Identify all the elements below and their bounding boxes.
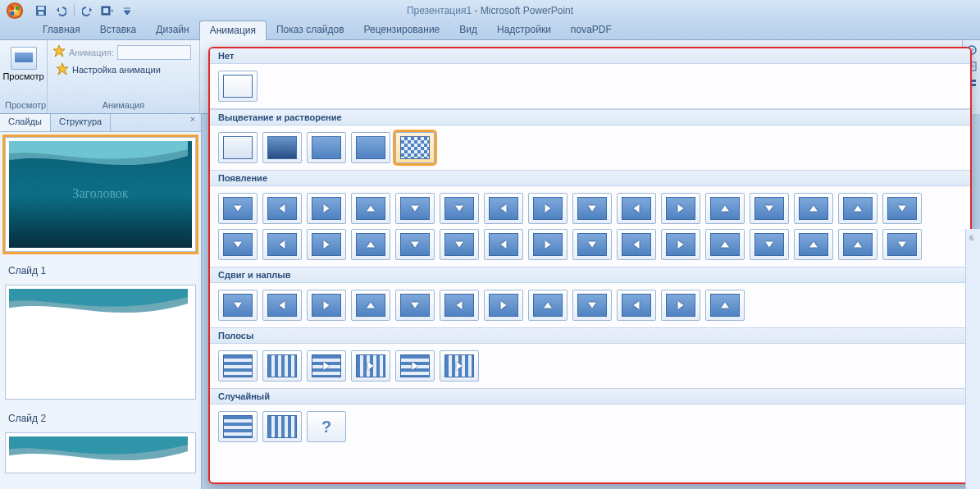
transition-item[interactable] <box>528 229 567 260</box>
transition-item[interactable] <box>617 193 656 224</box>
transition-item[interactable] <box>307 229 346 260</box>
paste-dropdown-icon[interactable] <box>99 2 116 19</box>
section-push-header: Сдвиг и наплыв <box>210 267 970 283</box>
tab-design[interactable]: Дизайн <box>146 21 198 40</box>
transition-item[interactable] <box>262 229 302 260</box>
slide-thumb-1[interactable]: Заголовок <box>5 137 196 252</box>
transition-item[interactable] <box>440 350 479 382</box>
transition-item[interactable] <box>218 229 258 260</box>
document-name: Презентация1 <box>407 5 472 16</box>
tab-addins[interactable]: Надстройки <box>487 21 561 40</box>
transition-item[interactable] <box>262 411 302 442</box>
transition-item[interactable] <box>528 193 567 224</box>
transition-item[interactable] <box>572 193 612 224</box>
slide-thumbnails: Заголовок Слайд 1 Слайд 2 <box>0 132 201 489</box>
transition-item[interactable] <box>661 290 700 321</box>
transition-item[interactable] <box>351 290 390 321</box>
transition-item[interactable] <box>661 229 700 260</box>
tab-animation[interactable]: Анимация <box>199 21 267 40</box>
tab-review[interactable]: Рецензирование <box>354 21 450 40</box>
section-random-header: Случайный <box>210 388 970 404</box>
transition-item[interactable] <box>307 290 346 321</box>
transition-item[interactable] <box>218 290 258 321</box>
transition-item[interactable] <box>351 350 390 382</box>
transition-item[interactable] <box>395 350 435 382</box>
undo-icon[interactable] <box>52 2 69 19</box>
transition-item[interactable] <box>440 193 479 224</box>
qat-customize-icon[interactable] <box>119 2 135 19</box>
tab-view[interactable]: Вид <box>449 21 487 40</box>
transition-item[interactable] <box>484 229 523 260</box>
transition-item[interactable] <box>351 132 390 163</box>
preview-label: Просмотр <box>2 71 43 81</box>
svg-rect-4 <box>16 11 20 15</box>
transition-item[interactable] <box>705 229 745 260</box>
save-icon[interactable] <box>33 2 49 19</box>
section-random: ? <box>210 404 970 449</box>
transition-item[interactable] <box>705 193 745 224</box>
transition-item[interactable] <box>440 229 479 260</box>
slide-thumb-3[interactable] <box>5 432 196 473</box>
transition-item[interactable] <box>218 411 258 442</box>
transition-item[interactable] <box>882 193 922 224</box>
transition-item[interactable] <box>882 229 922 260</box>
tab-insert[interactable]: Вставка <box>90 21 147 40</box>
slide-thumb-2[interactable] <box>5 285 196 400</box>
transition-item[interactable] <box>351 193 390 224</box>
svg-point-0 <box>7 2 23 18</box>
transition-item[interactable] <box>218 132 258 163</box>
transition-item[interactable] <box>395 290 435 321</box>
gallery-scrollbar[interactable] <box>965 229 980 489</box>
transition-item[interactable] <box>395 193 435 224</box>
animation-select[interactable] <box>117 45 191 60</box>
transition-item[interactable] <box>838 193 877 224</box>
transition-item[interactable] <box>617 290 656 321</box>
transition-item[interactable]: ? <box>307 411 346 442</box>
transition-item[interactable] <box>307 193 346 224</box>
transition-item[interactable] <box>484 193 523 224</box>
transition-item[interactable] <box>262 350 302 382</box>
tab-slideshow[interactable]: Показ слайдов <box>267 21 354 40</box>
transition-item[interactable] <box>705 290 745 321</box>
transition-item[interactable] <box>307 350 346 382</box>
panel-close-icon[interactable]: × <box>185 114 201 131</box>
section-stripes-header: Полосы <box>210 327 970 344</box>
transition-item[interactable] <box>262 193 302 224</box>
transition-item[interactable] <box>794 229 833 260</box>
transition-item[interactable] <box>440 290 479 321</box>
title-bar: Презентация1 - Microsoft PowerPoint <box>0 0 980 21</box>
transition-item[interactable] <box>395 229 435 260</box>
transition-item[interactable] <box>750 193 789 224</box>
transition-item[interactable] <box>794 193 833 224</box>
transition-item[interactable] <box>395 132 435 163</box>
panel-tab-slides[interactable]: Слайды <box>0 114 51 131</box>
group-title-animation: Анимация <box>52 98 194 112</box>
transition-item[interactable] <box>838 229 877 260</box>
office-button[interactable] <box>0 0 30 21</box>
transition-item[interactable] <box>262 290 302 321</box>
transition-item[interactable] <box>572 229 612 260</box>
transition-item[interactable] <box>617 229 656 260</box>
transition-item[interactable] <box>351 229 390 260</box>
tab-home[interactable]: Главная <box>33 21 90 40</box>
svg-rect-2 <box>16 6 20 10</box>
transition-item[interactable] <box>218 193 258 224</box>
transition-item[interactable] <box>572 290 612 321</box>
transition-item[interactable] <box>262 132 302 163</box>
transition-item[interactable] <box>484 290 523 321</box>
redo-icon[interactable] <box>80 2 96 19</box>
ruler-tick: 6 <box>969 234 973 242</box>
transition-item[interactable] <box>218 71 258 102</box>
ribbon-tabs: Главная Вставка Дизайн Анимация Показ сл… <box>0 21 980 40</box>
transition-item[interactable] <box>750 229 789 260</box>
svg-rect-3 <box>11 11 15 15</box>
transition-item[interactable] <box>661 193 700 224</box>
transition-item[interactable] <box>307 132 346 163</box>
tab-novapdf[interactable]: novaPDF <box>561 21 622 40</box>
transition-item[interactable] <box>528 290 567 321</box>
panel-tab-outline[interactable]: Структура <box>51 114 111 131</box>
custom-animation-button[interactable]: Настройка анимации <box>52 62 194 78</box>
preview-button[interactable]: Просмотр <box>5 43 42 85</box>
transition-item[interactable] <box>218 350 258 382</box>
quick-access-toolbar <box>30 0 135 21</box>
